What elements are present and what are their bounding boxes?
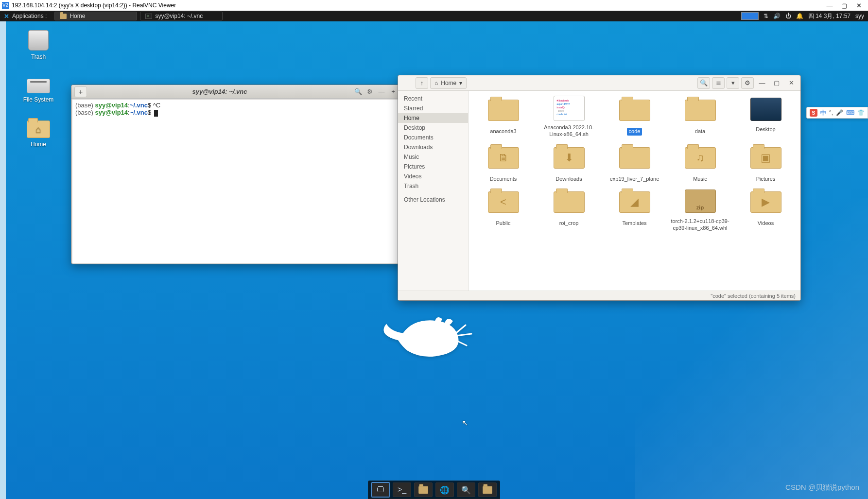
fm-maximize-button[interactable]: ▢ <box>770 77 783 89</box>
fm-breadcrumb-home[interactable]: ⌂ Home ▾ <box>430 77 467 89</box>
ime-punct-icon[interactable]: °, <box>829 109 833 116</box>
sidebar-item-music[interactable]: Music <box>398 152 468 162</box>
sidebar-item-starred[interactable]: Starred <box>398 103 468 113</box>
dock-web-browser[interactable]: 🌐 <box>435 482 454 497</box>
file-item[interactable]: anaconda3 <box>471 96 535 138</box>
taskbar-item-terminal[interactable]: syy@vip14: ~/.vnc <box>140 12 223 20</box>
file-item[interactable]: roi_crop <box>537 188 601 232</box>
file-item[interactable]: code <box>603 96 666 138</box>
desktop-icon-trash[interactable]: Trash <box>17 30 60 60</box>
fm-view-dropdown[interactable]: ▾ <box>727 77 739 89</box>
workspace-switcher[interactable] <box>741 12 759 20</box>
sidebar-item-other-locations[interactable]: Other Locations <box>398 195 468 205</box>
terminal-line-1: (base) syy@vip14:~/.vnc$ ^C <box>75 102 407 109</box>
ime-skin-icon[interactable]: 👕 <box>857 109 865 116</box>
file-item[interactable]: ziptorch-2.1.2+cu118-cp39-cp39-linux_x86… <box>668 188 732 232</box>
fm-up-button[interactable]: ↑ <box>416 77 428 89</box>
terminal-new-tab-button[interactable]: + <box>74 86 87 97</box>
applications-menu[interactable]: ✕ Applications : <box>0 11 51 21</box>
desktop[interactable]: Trash File System Home + syy@vip14: ~/.v… <box>0 21 868 499</box>
fm-menu-button[interactable]: ⚙ <box>741 77 754 89</box>
dock-folder[interactable] <box>478 482 497 497</box>
sidebar-item-home[interactable]: Home <box>398 113 468 123</box>
folder-icon <box>685 100 716 121</box>
win-minimize-button[interactable]: — <box>822 2 837 9</box>
power-icon[interactable]: ⏻ <box>785 13 791 19</box>
desktop-left-edge <box>0 21 6 499</box>
sidebar-item-recent[interactable]: Recent <box>398 94 468 103</box>
task-home-label: Home <box>69 13 85 19</box>
chevron-down-icon[interactable]: ▾ <box>459 80 462 86</box>
clock[interactable]: 四 14 3月, 17:57 <box>808 12 851 20</box>
file-item[interactable]: ♫Music <box>668 143 732 183</box>
terminal-body[interactable]: (base) syy@vip14:~/.vnc$ ^C (base) syy@v… <box>72 100 410 263</box>
file-item[interactable]: exp19_liver_7_plane <box>603 143 666 183</box>
file-item[interactable]: #!/bin/bashexport PATHinstall()--prefixc… <box>537 96 601 138</box>
sidebar-item-videos[interactable]: Videos <box>398 172 468 181</box>
file-item[interactable]: ◢Templates <box>603 188 666 232</box>
file-item[interactable]: ⬇Downloads <box>537 143 601 183</box>
fm-minimize-button[interactable]: — <box>756 77 768 89</box>
folder-icon <box>483 486 492 493</box>
notifications-icon[interactable]: 🔔 <box>796 13 803 19</box>
folder-icon <box>488 100 519 121</box>
bottom-dock: 🖵 >_ 🌐 🔍 <box>368 481 500 499</box>
desktop-icon-filesystem[interactable]: File System <box>17 74 60 103</box>
fm-close-button[interactable]: ✕ <box>785 77 798 89</box>
fm-sidebar: Recent Starred Home Desktop Documents Do… <box>398 91 469 291</box>
terminal-search-button[interactable]: 🔍 <box>352 86 364 97</box>
folder-icon <box>554 191 585 213</box>
terminal-window[interactable]: + syy@vip14: ~/.vnc 🔍 ⚙ — + ✕ (base) syy… <box>71 85 411 264</box>
terminal-titlebar[interactable]: + syy@vip14: ~/.vnc 🔍 ⚙ — + ✕ <box>71 85 411 99</box>
sidebar-item-desktop[interactable]: Desktop <box>398 123 468 133</box>
file-item[interactable]: ▶Videos <box>734 188 798 232</box>
file-label: Videos <box>756 220 776 227</box>
file-label: Music <box>691 175 709 183</box>
win-maximize-button[interactable]: ▢ <box>837 2 851 9</box>
trash-label: Trash <box>17 53 60 60</box>
file-item[interactable]: ▣Pictures <box>734 143 798 183</box>
file-item[interactable]: Desktop <box>734 96 798 138</box>
crumb-home-label: Home <box>441 80 456 86</box>
ime-toolbar[interactable]: S 中 °, 🎤 ⌨ 👕 <box>806 107 868 119</box>
terminal-cursor <box>154 110 158 117</box>
network-icon[interactable]: ⇅ <box>764 13 768 19</box>
file-item[interactable]: 🗎Documents <box>471 143 535 183</box>
sidebar-item-trash[interactable]: Trash <box>398 181 468 191</box>
panel-user[interactable]: syy <box>855 13 864 19</box>
sidebar-item-documents[interactable]: Documents <box>398 133 468 142</box>
folder-icon: < <box>488 191 519 213</box>
gear-icon: ⚙ <box>367 88 373 95</box>
dock-terminal[interactable]: >_ <box>393 482 411 497</box>
win-close-button[interactable]: ✕ <box>851 2 866 9</box>
desktop-icon-home[interactable]: Home <box>17 118 60 148</box>
terminal-minimize-button[interactable]: — <box>376 86 387 97</box>
volume-icon[interactable]: 🔊 <box>773 13 781 19</box>
file-item[interactable]: data <box>668 96 732 138</box>
fm-statusbar: "code" selected (containing 5 items) <box>398 291 800 300</box>
fm-search-button[interactable]: 🔍 <box>697 77 710 89</box>
filesystem-label: File System <box>17 96 60 103</box>
dock-show-desktop[interactable]: 🖵 <box>371 482 390 497</box>
folder-icon <box>619 100 650 121</box>
sidebar-item-pictures[interactable]: Pictures <box>398 162 468 172</box>
dock-files[interactable] <box>414 482 433 497</box>
file-item[interactable]: <Public <box>471 188 535 232</box>
archive-icon: zip <box>685 189 716 213</box>
fm-view-list-button[interactable]: ≣ <box>712 77 725 89</box>
ime-lang-label[interactable]: 中 <box>820 109 826 117</box>
taskbar-item-home[interactable]: Home <box>54 12 137 20</box>
dock-search[interactable]: 🔍 <box>457 482 475 497</box>
folder-icon: ▶ <box>750 191 781 213</box>
ime-voice-icon[interactable]: 🎤 <box>836 109 843 116</box>
folder-icon: ◢ <box>619 191 650 213</box>
terminal-menu-button[interactable]: ⚙ <box>364 86 376 97</box>
fm-content[interactable]: anaconda3#!/bin/bashexport PATHinstall()… <box>469 91 800 291</box>
applications-label: Applications : <box>12 13 47 19</box>
file-manager-window[interactable]: ↑ ⌂ Home ▾ 🔍 ≣ ▾ ⚙ — ▢ ✕ Recent Starred … <box>398 75 801 301</box>
taskbar: Home syy@vip14: ~/.vnc <box>51 11 226 21</box>
sidebar-item-downloads[interactable]: Downloads <box>398 142 468 152</box>
ime-keyboard-icon[interactable]: ⌨ <box>846 109 854 116</box>
mouse-cursor: ↖ <box>462 418 468 428</box>
vnc-title: 192.168.104.14:2 (syy's X desktop (vip14… <box>12 2 176 9</box>
